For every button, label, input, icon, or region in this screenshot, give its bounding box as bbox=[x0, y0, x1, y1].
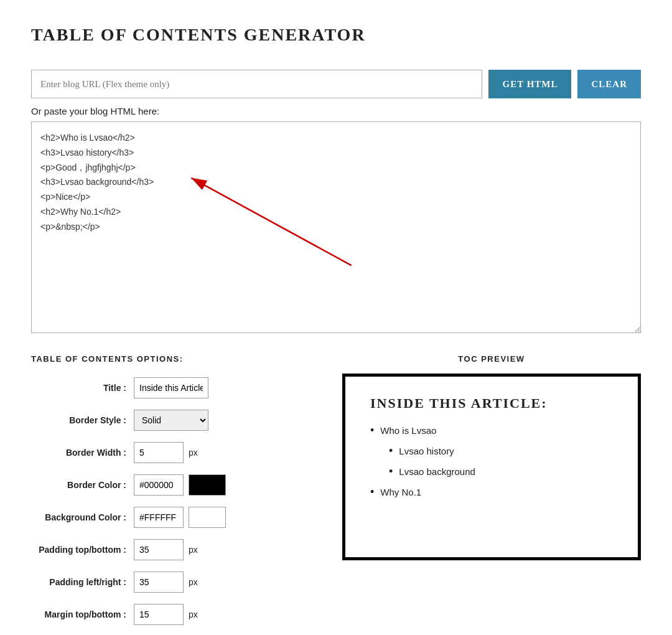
option-label-padding-lr: Padding left/right : bbox=[31, 577, 134, 587]
option-row-padding-lr: Padding left/right : px bbox=[31, 572, 317, 593]
option-label-title: Title : bbox=[31, 383, 134, 393]
toc-preview-title: TOC PREVIEW bbox=[342, 354, 641, 364]
option-row-border-style: Border Style : Solid None Dashed Dotted bbox=[31, 410, 317, 431]
border-style-select[interactable]: Solid None Dashed Dotted bbox=[134, 410, 208, 431]
title-input[interactable] bbox=[134, 377, 208, 398]
toc-item-4: Why No.1 bbox=[370, 486, 613, 499]
padding-tb-input[interactable] bbox=[134, 539, 184, 560]
border-width-px: px bbox=[189, 448, 198, 458]
border-color-input[interactable] bbox=[134, 474, 184, 496]
option-label-border-width: Border Width : bbox=[31, 448, 134, 458]
border-color-swatch[interactable] bbox=[189, 474, 226, 496]
padding-lr-input[interactable] bbox=[134, 572, 184, 593]
option-row-border-color: Border Color : bbox=[31, 474, 317, 496]
toc-box-title: INSIDE THIS ARTICLE: bbox=[370, 395, 613, 412]
margin-tb-px: px bbox=[189, 609, 198, 619]
toc-box: INSIDE THIS ARTICLE: Who is Lvsao Lvsao … bbox=[342, 374, 641, 560]
margin-tb-input[interactable] bbox=[134, 604, 184, 625]
clear-button[interactable]: CLEAR bbox=[577, 70, 641, 98]
option-row-bg-color: Background Color : bbox=[31, 507, 317, 528]
options-title: TABLE OF CONTENTS OPTIONS: bbox=[31, 354, 317, 364]
bg-color-swatch[interactable] bbox=[189, 507, 226, 528]
html-textarea[interactable] bbox=[31, 121, 641, 333]
border-width-input[interactable] bbox=[134, 442, 184, 463]
bottom-section: TABLE OF CONTENTS OPTIONS: Title : Borde… bbox=[31, 354, 641, 635]
url-input[interactable] bbox=[31, 70, 482, 98]
padding-lr-px: px bbox=[189, 577, 198, 587]
option-row-margin-tb: Margin top/bottom : px bbox=[31, 604, 317, 625]
option-label-border-color: Border Color : bbox=[31, 480, 134, 490]
option-row-border-width: Border Width : px bbox=[31, 442, 317, 463]
toc-item-2: Lvsao history bbox=[370, 444, 613, 458]
option-label-bg-color: Background Color : bbox=[31, 512, 134, 522]
toc-list: Who is Lvsao Lvsao history Lvsao backgro… bbox=[370, 424, 613, 499]
toc-item-3: Lvsao background bbox=[370, 465, 613, 478]
option-row-title: Title : bbox=[31, 377, 317, 398]
option-row-padding-tb: Padding top/bottom : px bbox=[31, 539, 317, 560]
padding-tb-px: px bbox=[189, 545, 198, 555]
toc-preview-panel: TOC PREVIEW INSIDE THIS ARTICLE: Who is … bbox=[342, 354, 641, 560]
html-textarea-wrapper bbox=[31, 121, 641, 336]
paste-label: Or paste your blog HTML here: bbox=[31, 106, 641, 116]
option-label-border-style: Border Style : bbox=[31, 415, 134, 425]
toc-item-1: Who is Lvsao bbox=[370, 424, 613, 437]
bg-color-input[interactable] bbox=[134, 507, 184, 528]
url-row: GET HTML CLEAR bbox=[31, 70, 641, 98]
option-label-margin-tb: Margin top/bottom : bbox=[31, 609, 134, 619]
get-html-button[interactable]: GET HTML bbox=[488, 70, 571, 98]
option-label-padding-tb: Padding top/bottom : bbox=[31, 545, 134, 555]
page-title: TABLE OF CONTENTS GENERATOR bbox=[31, 25, 641, 45]
options-panel: TABLE OF CONTENTS OPTIONS: Title : Borde… bbox=[31, 354, 317, 635]
